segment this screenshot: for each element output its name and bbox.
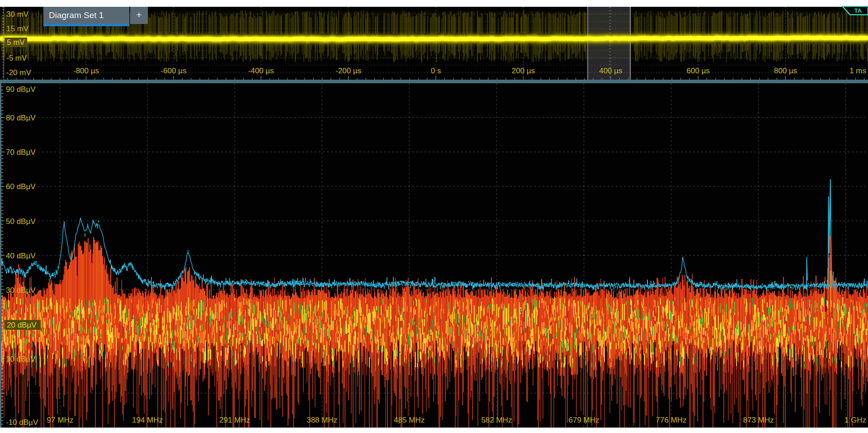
svg-text:TA: TA xyxy=(854,7,862,14)
